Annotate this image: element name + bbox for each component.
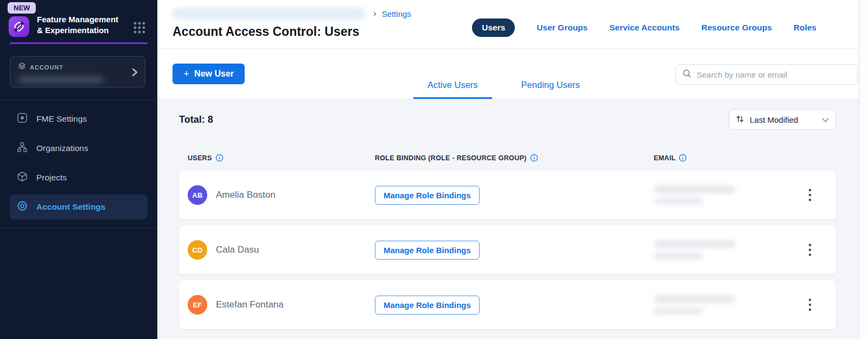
user-name: Amelia Boston <box>216 190 276 200</box>
list-header-toolbar: + New User Active Users Pending Users <box>157 49 859 99</box>
main-content: › Settings Account Access Control: Users… <box>157 0 859 339</box>
tab-users[interactable]: Users <box>472 18 515 37</box>
redacted-breadcrumb <box>173 8 366 20</box>
redacted-email <box>654 241 784 259</box>
app-switcher-icon[interactable] <box>132 21 146 37</box>
breadcrumb-settings-link[interactable]: Settings <box>382 9 411 18</box>
sidebar-item-fme-settings[interactable]: FME Settings <box>10 106 148 131</box>
sort-arrows-icon <box>736 115 744 125</box>
sidebar-item-label: Projects <box>36 173 67 183</box>
brand-accent-divider <box>10 42 148 44</box>
manage-role-bindings-button[interactable]: Manage Role Bindings <box>375 186 480 205</box>
tab-active-users[interactable]: Active Users <box>413 80 492 99</box>
scrollbar-gutter[interactable] <box>859 0 868 339</box>
plus-icon: + <box>183 70 189 78</box>
tab-user-groups[interactable]: User Groups <box>537 23 588 33</box>
sidebar-divider <box>0 228 157 229</box>
new-user-button-label: New User <box>194 69 234 79</box>
sidebar-item-organizations[interactable]: Organizations <box>10 136 148 161</box>
tab-service-accounts[interactable]: Service Accounts <box>609 23 680 33</box>
table-header: USERS ROLE BINDING (ROLE - RESOURCE GROU… <box>179 154 836 162</box>
search-input[interactable] <box>697 70 851 79</box>
product-title: Feature Management & Experimentation <box>37 14 119 36</box>
tab-resource-groups[interactable]: Resource Groups <box>701 23 772 33</box>
sidebar-item-label: FME Settings <box>36 114 87 124</box>
user-name: Cala Dasu <box>216 244 259 255</box>
sidebar: NEW Feature Management & Experimentation <box>0 0 157 339</box>
gear-icon <box>16 200 28 214</box>
avatar: EF <box>188 295 207 315</box>
table-row: EF Estefan Fontana Manage Role Bindings <box>179 280 836 329</box>
info-icon[interactable] <box>530 154 538 162</box>
split-outline-icon <box>16 112 28 126</box>
page-title: Account Access Control: Users <box>173 24 411 39</box>
split-logo-icon <box>9 16 29 37</box>
avatar: AB <box>188 185 207 205</box>
redacted-email <box>654 186 784 204</box>
table-row: CD Cala Dasu Manage Role Bindings <box>179 225 836 274</box>
chevron-right-icon <box>131 68 138 79</box>
user-name: Estefan Fontana <box>216 299 284 310</box>
redacted-email <box>654 296 784 314</box>
new-badge: NEW <box>8 2 36 14</box>
page-header: › Settings Account Access Control: Users… <box>157 0 859 49</box>
sort-dropdown-label: Last Modified <box>750 115 798 124</box>
account-label: ACCOUNT <box>30 64 63 71</box>
access-control-nav: Users User Groups Service Accounts Resou… <box>472 7 859 38</box>
sort-dropdown[interactable]: Last Modified <box>729 109 836 130</box>
search-box <box>675 64 858 85</box>
column-users-label: USERS <box>188 154 212 162</box>
column-email-label: EMAIL <box>654 154 675 162</box>
search-icon <box>682 69 692 80</box>
avatar: CD <box>188 240 207 260</box>
new-user-button[interactable]: + New User <box>173 64 245 84</box>
total-count: Total: 8 <box>179 114 213 125</box>
row-menu-kebab-icon[interactable] <box>805 185 815 205</box>
user-state-tabs: Active Users Pending Users <box>413 80 594 99</box>
tab-roles[interactable]: Roles <box>794 23 816 33</box>
manage-role-bindings-button[interactable]: Manage Role Bindings <box>375 296 480 315</box>
users-list-section: Total: 8 Last Modified USERS <box>157 99 859 339</box>
chevron-right-icon: › <box>373 8 376 19</box>
sidebar-item-projects[interactable]: Projects <box>10 165 148 190</box>
org-chart-icon <box>16 141 28 155</box>
tab-pending-users[interactable]: Pending Users <box>507 80 594 99</box>
layers-icon <box>18 62 26 72</box>
chevron-down-icon <box>822 115 829 124</box>
sidebar-item-label: Account Settings <box>36 202 105 212</box>
users-list: AB Amelia Boston Manage Role Bindings CD… <box>179 171 836 329</box>
sidebar-item-account-settings[interactable]: Account Settings <box>10 194 148 219</box>
row-menu-kebab-icon[interactable] <box>805 240 815 260</box>
sidebar-item-label: Organizations <box>36 143 88 153</box>
info-icon[interactable] <box>679 154 687 162</box>
sidebar-nav: FME Settings Organizations Projects <box>0 100 157 219</box>
account-selector[interactable]: ACCOUNT <box>10 56 145 87</box>
row-menu-kebab-icon[interactable] <box>805 295 815 315</box>
column-role-binding-label: ROLE BINDING (ROLE - RESOURCE GROUP) <box>375 154 527 162</box>
breadcrumb: › Settings <box>173 7 411 21</box>
info-icon[interactable] <box>215 154 224 162</box>
cube-icon <box>16 171 28 185</box>
table-row: AB Amelia Boston Manage Role Bindings <box>179 171 836 219</box>
manage-role-bindings-button[interactable]: Manage Role Bindings <box>375 241 480 260</box>
redacted-account-name <box>18 76 104 83</box>
